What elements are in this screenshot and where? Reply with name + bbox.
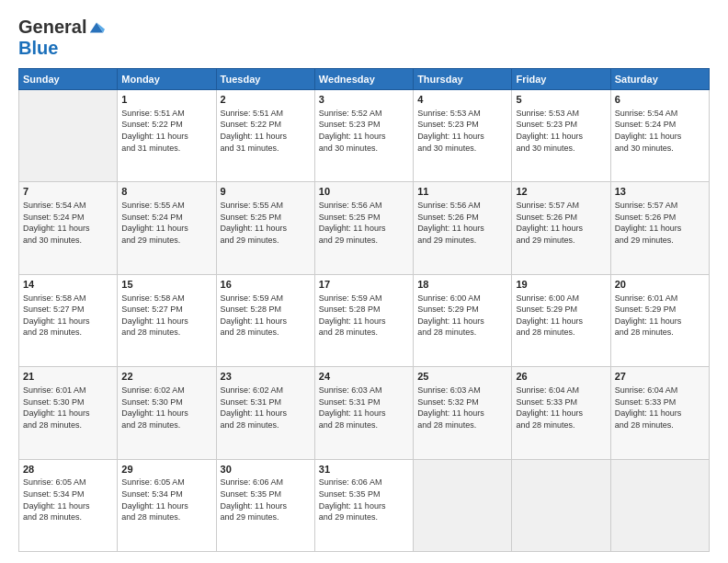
col-header-tuesday: Tuesday — [216, 69, 314, 90]
calendar-cell: 14Sunrise: 5:58 AM Sunset: 5:27 PM Dayli… — [19, 274, 118, 366]
day-info: Sunrise: 6:01 AM Sunset: 5:30 PM Dayligh… — [23, 385, 113, 431]
calendar-cell: 28Sunrise: 6:05 AM Sunset: 5:34 PM Dayli… — [19, 459, 118, 551]
col-header-thursday: Thursday — [414, 69, 512, 90]
calendar-cell: 24Sunrise: 6:03 AM Sunset: 5:31 PM Dayli… — [314, 367, 413, 459]
header: General Blue — [18, 17, 710, 59]
calendar-cell: 3Sunrise: 5:52 AM Sunset: 5:23 PM Daylig… — [314, 90, 413, 182]
logo-icon — [88, 19, 105, 36]
day-info: Sunrise: 6:05 AM Sunset: 5:34 PM Dayligh… — [23, 477, 113, 523]
day-number: 4 — [417, 93, 507, 107]
day-info: Sunrise: 5:59 AM Sunset: 5:28 PM Dayligh… — [221, 293, 311, 339]
day-info: Sunrise: 6:03 AM Sunset: 5:31 PM Dayligh… — [319, 385, 409, 431]
day-info: Sunrise: 6:05 AM Sunset: 5:34 PM Dayligh… — [121, 477, 211, 523]
day-number: 6 — [615, 93, 705, 107]
calendar-cell — [610, 459, 709, 551]
calendar-cell: 1Sunrise: 5:51 AM Sunset: 5:22 PM Daylig… — [118, 90, 216, 182]
calendar-cell: 23Sunrise: 6:02 AM Sunset: 5:31 PM Dayli… — [216, 367, 314, 459]
day-info: Sunrise: 6:06 AM Sunset: 5:35 PM Dayligh… — [319, 477, 409, 523]
day-info: Sunrise: 5:57 AM Sunset: 5:26 PM Dayligh… — [615, 200, 705, 246]
calendar-cell: 8Sunrise: 5:55 AM Sunset: 5:24 PM Daylig… — [118, 182, 216, 274]
day-info: Sunrise: 5:55 AM Sunset: 5:24 PM Dayligh… — [121, 200, 211, 246]
calendar-cell: 25Sunrise: 6:03 AM Sunset: 5:32 PM Dayli… — [414, 367, 512, 459]
day-info: Sunrise: 6:00 AM Sunset: 5:29 PM Dayligh… — [516, 293, 606, 339]
calendar-cell — [19, 90, 118, 182]
calendar-cell: 6Sunrise: 5:54 AM Sunset: 5:24 PM Daylig… — [610, 90, 709, 182]
calendar-cell: 29Sunrise: 6:05 AM Sunset: 5:34 PM Dayli… — [118, 459, 216, 551]
day-info: Sunrise: 5:54 AM Sunset: 5:24 PM Dayligh… — [615, 108, 705, 154]
day-info: Sunrise: 6:02 AM Sunset: 5:31 PM Dayligh… — [221, 385, 311, 431]
calendar-cell: 18Sunrise: 6:00 AM Sunset: 5:29 PM Dayli… — [414, 274, 512, 366]
calendar-cell: 13Sunrise: 5:57 AM Sunset: 5:26 PM Dayli… — [610, 182, 709, 274]
day-info: Sunrise: 5:55 AM Sunset: 5:25 PM Dayligh… — [221, 200, 311, 246]
day-number: 20 — [615, 278, 705, 292]
col-header-wednesday: Wednesday — [314, 69, 413, 90]
day-number: 5 — [516, 93, 606, 107]
calendar-cell — [414, 459, 512, 551]
day-number: 19 — [516, 278, 606, 292]
col-header-saturday: Saturday — [610, 69, 709, 90]
day-number: 24 — [319, 370, 409, 384]
day-number: 2 — [221, 93, 311, 107]
day-number: 28 — [23, 463, 113, 477]
calendar-cell: 11Sunrise: 5:56 AM Sunset: 5:26 PM Dayli… — [414, 182, 512, 274]
day-info: Sunrise: 6:04 AM Sunset: 5:33 PM Dayligh… — [615, 385, 705, 431]
calendar-cell: 26Sunrise: 6:04 AM Sunset: 5:33 PM Dayli… — [512, 367, 610, 459]
calendar-cell: 30Sunrise: 6:06 AM Sunset: 5:35 PM Dayli… — [216, 459, 314, 551]
day-number: 25 — [417, 370, 507, 384]
calendar-cell — [512, 459, 610, 551]
day-info: Sunrise: 6:03 AM Sunset: 5:32 PM Dayligh… — [417, 385, 507, 431]
day-info: Sunrise: 5:53 AM Sunset: 5:23 PM Dayligh… — [417, 108, 507, 154]
col-header-sunday: Sunday — [19, 69, 118, 90]
day-info: Sunrise: 5:58 AM Sunset: 5:27 PM Dayligh… — [121, 293, 211, 339]
day-number: 8 — [121, 185, 211, 199]
day-info: Sunrise: 5:53 AM Sunset: 5:23 PM Dayligh… — [516, 108, 606, 154]
day-info: Sunrise: 6:00 AM Sunset: 5:29 PM Dayligh… — [417, 293, 507, 339]
calendar-cell: 4Sunrise: 5:53 AM Sunset: 5:23 PM Daylig… — [414, 90, 512, 182]
calendar-cell: 9Sunrise: 5:55 AM Sunset: 5:25 PM Daylig… — [216, 182, 314, 274]
day-number: 15 — [121, 278, 211, 292]
calendar-cell: 12Sunrise: 5:57 AM Sunset: 5:26 PM Dayli… — [512, 182, 610, 274]
day-info: Sunrise: 5:54 AM Sunset: 5:24 PM Dayligh… — [23, 200, 113, 246]
calendar-cell: 5Sunrise: 5:53 AM Sunset: 5:23 PM Daylig… — [512, 90, 610, 182]
logo: General Blue — [18, 17, 105, 59]
col-header-friday: Friday — [512, 69, 610, 90]
day-number: 7 — [23, 185, 113, 199]
day-number: 11 — [417, 185, 507, 199]
day-number: 16 — [221, 278, 311, 292]
day-info: Sunrise: 5:59 AM Sunset: 5:28 PM Dayligh… — [319, 293, 409, 339]
logo-general-text: General — [18, 17, 86, 38]
calendar-cell: 10Sunrise: 5:56 AM Sunset: 5:25 PM Dayli… — [314, 182, 413, 274]
day-info: Sunrise: 5:51 AM Sunset: 5:22 PM Dayligh… — [221, 108, 311, 154]
calendar-cell: 2Sunrise: 5:51 AM Sunset: 5:22 PM Daylig… — [216, 90, 314, 182]
day-number: 29 — [121, 463, 211, 477]
calendar-cell: 17Sunrise: 5:59 AM Sunset: 5:28 PM Dayli… — [314, 274, 413, 366]
calendar-cell: 15Sunrise: 5:58 AM Sunset: 5:27 PM Dayli… — [118, 274, 216, 366]
day-number: 30 — [221, 463, 311, 477]
day-info: Sunrise: 6:02 AM Sunset: 5:30 PM Dayligh… — [121, 385, 211, 431]
day-info: Sunrise: 6:04 AM Sunset: 5:33 PM Dayligh… — [516, 385, 606, 431]
day-info: Sunrise: 5:52 AM Sunset: 5:23 PM Dayligh… — [319, 108, 409, 154]
calendar-cell: 16Sunrise: 5:59 AM Sunset: 5:28 PM Dayli… — [216, 274, 314, 366]
calendar-cell: 31Sunrise: 6:06 AM Sunset: 5:35 PM Dayli… — [314, 459, 413, 551]
day-number: 13 — [615, 185, 705, 199]
day-info: Sunrise: 6:06 AM Sunset: 5:35 PM Dayligh… — [221, 477, 311, 523]
calendar-cell: 22Sunrise: 6:02 AM Sunset: 5:30 PM Dayli… — [118, 367, 216, 459]
day-number: 21 — [23, 370, 113, 384]
day-number: 23 — [221, 370, 311, 384]
calendar-cell: 21Sunrise: 6:01 AM Sunset: 5:30 PM Dayli… — [19, 367, 118, 459]
day-number: 17 — [319, 278, 409, 292]
day-number: 14 — [23, 278, 113, 292]
day-number: 22 — [121, 370, 211, 384]
day-number: 12 — [516, 185, 606, 199]
calendar-table: SundayMondayTuesdayWednesdayThursdayFrid… — [18, 68, 710, 552]
day-number: 10 — [319, 185, 409, 199]
day-info: Sunrise: 5:51 AM Sunset: 5:22 PM Dayligh… — [121, 108, 211, 154]
day-number: 26 — [516, 370, 606, 384]
col-header-monday: Monday — [118, 69, 216, 90]
calendar-cell: 19Sunrise: 6:00 AM Sunset: 5:29 PM Dayli… — [512, 274, 610, 366]
day-info: Sunrise: 5:56 AM Sunset: 5:26 PM Dayligh… — [417, 200, 507, 246]
day-number: 3 — [319, 93, 409, 107]
day-info: Sunrise: 5:57 AM Sunset: 5:26 PM Dayligh… — [516, 200, 606, 246]
day-number: 1 — [121, 93, 211, 107]
day-info: Sunrise: 5:56 AM Sunset: 5:25 PM Dayligh… — [319, 200, 409, 246]
